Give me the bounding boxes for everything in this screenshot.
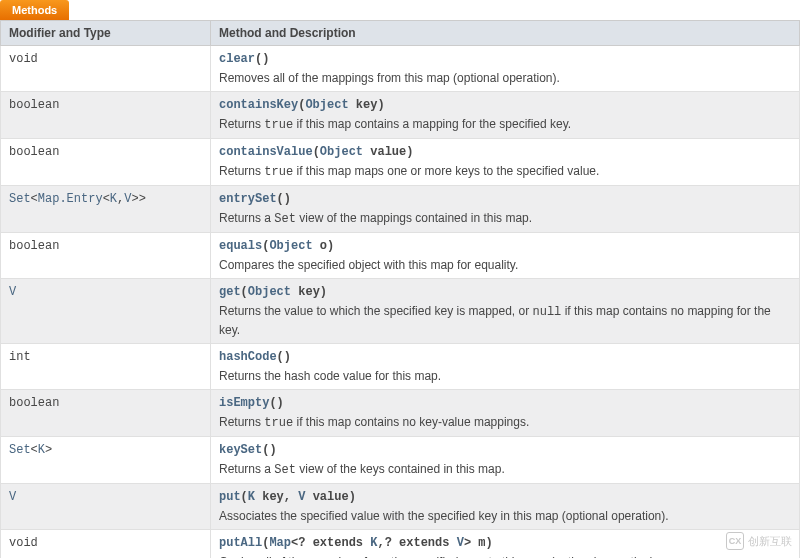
method-description: Returns the value to which the specified… [219, 302, 791, 339]
method-signature[interactable]: get(Object key) [219, 283, 791, 301]
table-row: Vget(Object key)Returns the value to whi… [1, 279, 800, 344]
table-row: booleanequals(Object o)Compares the spec… [1, 233, 800, 279]
modifier-type: void [1, 530, 211, 559]
method-signature[interactable]: hashCode() [219, 348, 791, 366]
method-description: Returns true if this map maps one or mor… [219, 162, 791, 181]
method-description: Returns a Set view of the keys contained… [219, 460, 791, 479]
watermark-logo-icon: CX [726, 532, 744, 550]
method-cell: get(Object key)Returns the value to whic… [211, 279, 800, 344]
modifier-type: int [1, 344, 211, 390]
modifier-type: void [1, 46, 211, 92]
table-row: voidclear()Removes all of the mappings f… [1, 46, 800, 92]
method-cell: containsValue(Object value)Returns true … [211, 139, 800, 186]
method-cell: containsKey(Object key)Returns true if t… [211, 92, 800, 139]
method-signature[interactable]: keySet() [219, 441, 791, 459]
modifier-type: boolean [1, 92, 211, 139]
modifier-type: V [1, 279, 211, 344]
method-description: Returns a Set view of the mappings conta… [219, 209, 791, 228]
method-signature[interactable]: put(K key, V value) [219, 488, 791, 506]
watermark-text: 创新互联 [748, 534, 792, 549]
method-cell: putAll(Map<? extends K,? extends V> m)Co… [211, 530, 800, 559]
col-header-modifier: Modifier and Type [1, 21, 211, 46]
method-description: Returns the hash code value for this map… [219, 367, 791, 385]
method-cell: hashCode()Returns the hash code value fo… [211, 344, 800, 390]
method-signature[interactable]: putAll(Map<? extends K,? extends V> m) [219, 534, 791, 552]
method-cell: keySet()Returns a Set view of the keys c… [211, 437, 800, 484]
method-description: Removes all of the mappings from this ma… [219, 69, 791, 87]
method-signature[interactable]: containsKey(Object key) [219, 96, 791, 114]
method-description: Returns true if this map contains no key… [219, 413, 791, 432]
method-signature[interactable]: equals(Object o) [219, 237, 791, 255]
table-row: Vput(K key, V value)Associates the speci… [1, 484, 800, 530]
method-signature[interactable]: clear() [219, 50, 791, 68]
modifier-type: Set<Map.Entry<K,V>> [1, 186, 211, 233]
method-description: Compares the specified object with this … [219, 256, 791, 274]
modifier-type: boolean [1, 139, 211, 186]
method-cell: isEmpty()Returns true if this map contai… [211, 390, 800, 437]
method-cell: put(K key, V value)Associates the specif… [211, 484, 800, 530]
method-signature[interactable]: entrySet() [219, 190, 791, 208]
table-row: booleancontainsValue(Object value)Return… [1, 139, 800, 186]
method-description: Returns true if this map contains a mapp… [219, 115, 791, 134]
method-description: Associates the specified value with the … [219, 507, 791, 525]
table-row: inthashCode()Returns the hash code value… [1, 344, 800, 390]
table-row: Set<Map.Entry<K,V>>entrySet()Returns a S… [1, 186, 800, 233]
modifier-type: boolean [1, 390, 211, 437]
method-signature[interactable]: containsValue(Object value) [219, 143, 791, 161]
col-header-method: Method and Description [211, 21, 800, 46]
method-cell: clear()Removes all of the mappings from … [211, 46, 800, 92]
method-description: Copies all of the mappings from the spec… [219, 553, 791, 558]
methods-table: Modifier and Type Method and Description… [0, 20, 800, 558]
table-row: Set<K>keySet()Returns a Set view of the … [1, 437, 800, 484]
method-cell: equals(Object o)Compares the specified o… [211, 233, 800, 279]
modifier-type: Set<K> [1, 437, 211, 484]
table-row: booleancontainsKey(Object key)Returns tr… [1, 92, 800, 139]
watermark: CX 创新互联 [726, 532, 792, 550]
modifier-type: V [1, 484, 211, 530]
method-signature[interactable]: isEmpty() [219, 394, 791, 412]
tab-methods[interactable]: Methods [0, 0, 69, 20]
table-row: booleanisEmpty()Returns true if this map… [1, 390, 800, 437]
modifier-type: boolean [1, 233, 211, 279]
method-cell: entrySet()Returns a Set view of the mapp… [211, 186, 800, 233]
table-row: voidputAll(Map<? extends K,? extends V> … [1, 530, 800, 559]
